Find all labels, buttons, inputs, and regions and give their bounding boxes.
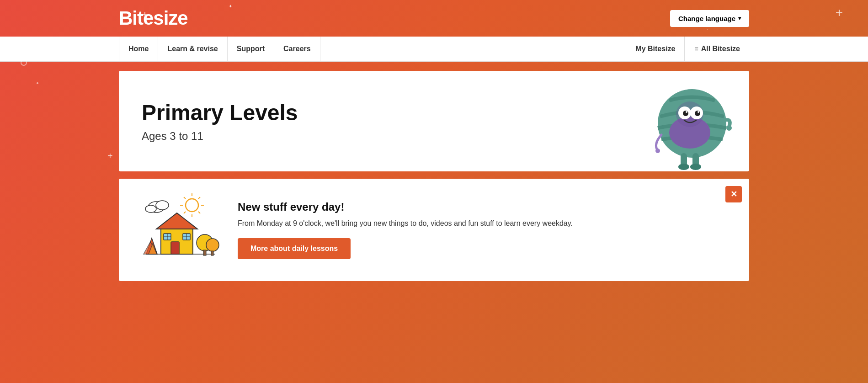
svg-point-5 bbox=[683, 111, 688, 116]
change-language-button[interactable]: Change language ▾ bbox=[670, 10, 749, 27]
svg-point-15 bbox=[186, 199, 198, 212]
nav-item-all-bitesize[interactable]: ≡ All Bitesize bbox=[685, 37, 749, 61]
deco-plus-main: + bbox=[107, 151, 113, 161]
nav-mybitesize-label: My Bitesize bbox=[635, 45, 675, 53]
primary-title: Primary Levels bbox=[142, 100, 726, 125]
svg-line-22 bbox=[198, 197, 200, 199]
nav-allbitesize-label: All Bitesize bbox=[701, 45, 740, 53]
daily-lessons-card: New stuff every day! From Monday at 9 o'… bbox=[119, 179, 749, 281]
deco-dot-header: · bbox=[707, 27, 708, 32]
close-button[interactable]: ✕ bbox=[725, 186, 742, 202]
daily-card-title: New stuff every day! bbox=[238, 201, 731, 213]
nav-item-learn-revise[interactable]: Learn & revise bbox=[158, 37, 227, 61]
house-illustration bbox=[137, 192, 219, 267]
primary-card-content: Primary Levels Ages 3 to 11 bbox=[142, 100, 726, 143]
svg-point-7 bbox=[686, 111, 687, 113]
character-illustration bbox=[644, 75, 735, 171]
header-right: Change language ▾ bbox=[670, 10, 749, 27]
daily-lessons-button[interactable]: More about daily lessons bbox=[238, 238, 351, 259]
svg-point-6 bbox=[695, 111, 700, 116]
svg-marker-28 bbox=[156, 213, 197, 229]
nav-item-support[interactable]: Support bbox=[228, 37, 274, 61]
svg-point-14 bbox=[655, 149, 660, 153]
svg-point-42 bbox=[206, 239, 219, 251]
daily-card-description: From Monday at 9 o'clock, we'll bring yo… bbox=[238, 218, 731, 229]
nav-left: Home Learn & revise Support Careers bbox=[119, 37, 626, 61]
svg-point-13 bbox=[690, 164, 701, 170]
deco-star-top: ✦ bbox=[229, 4, 232, 9]
daily-card-content: New stuff every day! From Monday at 9 o'… bbox=[238, 201, 731, 259]
change-language-label: Change language bbox=[678, 15, 735, 22]
nav-item-my-bitesize[interactable]: My Bitesize bbox=[626, 37, 685, 61]
svg-line-20 bbox=[184, 197, 186, 199]
chevron-down-icon: ▾ bbox=[738, 15, 741, 21]
svg-rect-43 bbox=[211, 251, 213, 255]
svg-point-8 bbox=[698, 111, 699, 113]
nav-home-label: Home bbox=[128, 45, 149, 53]
nav-right: My Bitesize ≡ All Bitesize bbox=[626, 37, 749, 61]
nav-support-label: Support bbox=[237, 45, 265, 53]
nav-item-careers[interactable]: Careers bbox=[274, 37, 320, 61]
main-content: + Primary Levels Ages 3 to 11 bbox=[0, 62, 868, 290]
primary-levels-card: Primary Levels Ages 3 to 11 bbox=[119, 71, 749, 171]
svg-line-23 bbox=[184, 212, 186, 213]
nav-careers-label: Careers bbox=[283, 45, 311, 53]
svg-point-12 bbox=[678, 164, 689, 170]
svg-rect-29 bbox=[171, 242, 179, 254]
hamburger-icon: ≡ bbox=[694, 45, 698, 53]
svg-rect-41 bbox=[203, 250, 206, 255]
nav-learn-label: Learn & revise bbox=[167, 45, 218, 53]
site-logo: Bitesize bbox=[119, 7, 188, 29]
deco-plus-topright: + bbox=[836, 5, 843, 20]
main-nav: Home Learn & revise Support Careers My B… bbox=[0, 37, 868, 62]
svg-point-25 bbox=[156, 201, 169, 210]
primary-subtitle: Ages 3 to 11 bbox=[142, 130, 726, 143]
svg-point-9 bbox=[726, 125, 732, 131]
svg-point-26 bbox=[145, 205, 156, 213]
svg-line-21 bbox=[198, 212, 200, 213]
nav-item-home[interactable]: Home bbox=[119, 37, 158, 61]
